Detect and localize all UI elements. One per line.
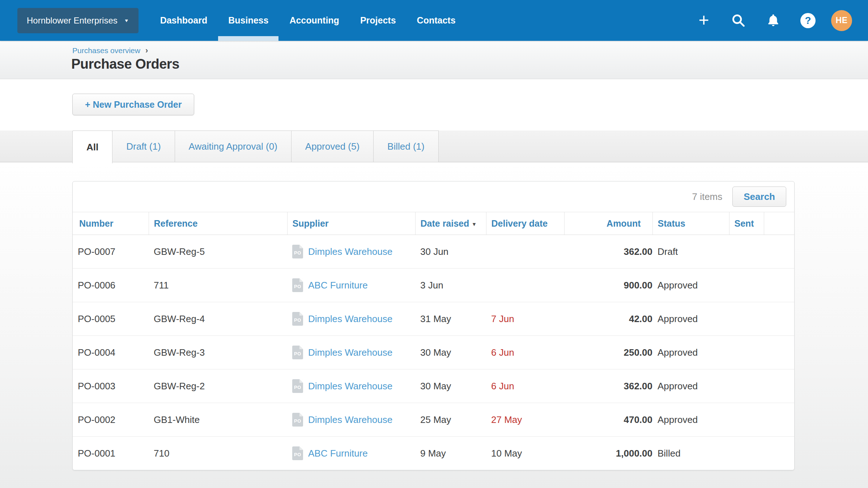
cell-date-raised: 30 May [415,369,486,403]
cell-sent [729,269,764,302]
supplier: PODimples Warehouse [292,413,415,427]
organisation-menu-button[interactable]: Hornblower Enterprises ▼ [17,8,139,33]
cell-supplier: PODimples Warehouse [287,302,415,336]
cell-number: PO-0006 [73,269,149,302]
nav-item-business[interactable]: Business [228,0,268,41]
supplier-link[interactable]: Dimples Warehouse [308,246,392,257]
nav-item-projects[interactable]: Projects [360,0,396,41]
cell-amount: 1,000.00 [564,437,652,470]
tab-draft-1[interactable]: Draft (1) [112,130,175,162]
cell-date-raised: 30 Jun [415,235,486,269]
po-document-icon: PO [292,245,303,258]
po-document-icon-label: PO [294,317,301,323]
cell-sent [729,235,764,269]
cell-amount: 470.00 [564,403,652,437]
breadcrumb: Purchases overview › [72,41,868,55]
nav-item-contacts[interactable]: Contacts [417,0,456,41]
table-row[interactable]: PO-0002GB1-WhitePODimples Warehouse25 Ma… [73,403,794,437]
table-row[interactable]: PO-0004GBW-Reg-3PODimples Warehouse30 Ma… [73,336,794,369]
cell-filler [764,269,794,302]
sort-descending-icon: ▾ [473,221,476,227]
table-toolbar: 7 items Search [73,181,794,212]
breadcrumb-purchases-overview-link[interactable]: Purchases overview [72,46,140,55]
search-button[interactable] [727,9,750,32]
search-icon [731,13,746,28]
purchase-orders-table: NumberReferenceSupplierDate raised▾Deliv… [73,212,794,470]
nav-utility-area: + ? HE [692,9,868,32]
table-search-button[interactable]: Search [732,187,786,207]
cell-delivery-date: 6 Jun [486,336,564,369]
column-header-sent[interactable]: Sent [729,212,764,235]
cell-date-raised: 3 Jun [415,269,486,302]
actions-area: + New Purchase Order [0,79,868,130]
po-document-icon-label: PO [294,351,301,356]
po-document-icon: PO [292,346,303,359]
cell-date-raised: 31 May [415,302,486,336]
top-navigation: Hornblower Enterprises ▼ DashboardBusine… [0,0,868,41]
breadcrumb-separator: › [145,47,148,55]
tab-billed-1[interactable]: Billed (1) [373,130,439,162]
cell-amount: 900.00 [564,269,652,302]
supplier-link[interactable]: Dimples Warehouse [308,347,392,358]
nav-item-accounting[interactable]: Accounting [289,0,339,41]
create-new-button[interactable]: + [692,9,715,32]
column-header-status[interactable]: Status [652,212,729,235]
purchase-orders-card: 7 items Search NumberReferenceSupplierDa… [72,181,795,470]
column-header-amount[interactable]: Amount [564,212,652,235]
table-row[interactable]: PO-0003GBW-Reg-2PODimples Warehouse30 Ma… [73,369,794,403]
column-header-label: Date raised [421,218,469,228]
supplier-link[interactable]: Dimples Warehouse [308,313,392,325]
tab-approved-5[interactable]: Approved (5) [291,130,374,162]
cell-reference: GBW-Reg-2 [149,369,287,403]
tab-all[interactable]: All [72,130,112,163]
cell-delivery-date: 10 May [486,437,564,470]
cell-reference: GBW-Reg-3 [149,336,287,369]
table-row[interactable]: PO-0006711POABC Furniture3 Jun900.00Appr… [73,269,794,302]
cell-number: PO-0001 [73,437,149,470]
cell-filler [764,437,794,470]
column-header-label: Number [79,218,113,228]
column-header-supplier[interactable]: Supplier [287,212,415,235]
cell-sent [729,403,764,437]
new-purchase-order-button[interactable]: + New Purchase Order [72,94,194,115]
cell-number: PO-0004 [73,336,149,369]
cell-filler [764,235,794,269]
bell-icon [766,13,781,28]
column-header-delivery-date[interactable]: Delivery date [486,212,564,235]
supplier-link[interactable]: ABC Furniture [308,448,368,459]
cell-amount: 362.00 [564,369,652,403]
cell-supplier: PODimples Warehouse [287,336,415,369]
column-header-label: Supplier [293,218,329,228]
column-header-reference[interactable]: Reference [149,212,287,235]
status-tabs: AllDraft (1)Awaiting Approval (0)Approve… [0,130,868,162]
supplier-link[interactable]: Dimples Warehouse [308,381,392,392]
po-document-icon-label: PO [294,452,301,457]
column-header-label: Delivery date [492,218,548,228]
cell-delivery-date: 6 Jun [486,369,564,403]
column-header-label: Reference [154,218,198,228]
supplier: PODimples Warehouse [292,346,415,359]
page-header: Purchases overview › Purchase Orders [0,41,868,79]
cell-reference: 710 [149,437,287,470]
table-row[interactable]: PO-0001710POABC Furniture9 May10 May1,00… [73,437,794,470]
supplier-link[interactable]: Dimples Warehouse [308,414,392,425]
supplier-link[interactable]: ABC Furniture [308,280,368,291]
cell-amount: 250.00 [564,336,652,369]
table-row[interactable]: PO-0005GBW-Reg-4PODimples Warehouse31 Ma… [73,302,794,336]
help-button[interactable]: ? [796,9,820,32]
column-header-number[interactable]: Number [73,212,149,235]
po-document-icon-label: PO [294,418,301,424]
po-document-icon: PO [292,312,303,326]
tab-awaiting-approval-0[interactable]: Awaiting Approval (0) [175,130,292,162]
cell-date-raised: 30 May [415,336,486,369]
cell-number: PO-0002 [73,403,149,437]
items-count: 7 items [692,191,722,202]
table-row[interactable]: PO-0007GBW-Reg-5PODimples Warehouse30 Ju… [73,235,794,269]
notifications-button[interactable] [762,9,785,32]
po-document-icon-label: PO [294,250,301,256]
column-header-date-raised[interactable]: Date raised▾ [415,212,486,235]
nav-item-dashboard[interactable]: Dashboard [160,0,208,41]
po-document-icon: PO [292,379,303,393]
user-avatar[interactable]: HE [831,10,852,31]
cell-number: PO-0007 [73,235,149,269]
